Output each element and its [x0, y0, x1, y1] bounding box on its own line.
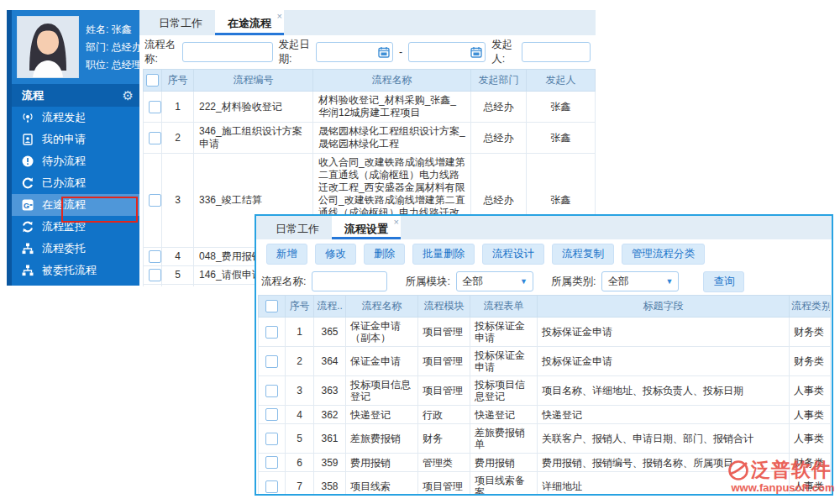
fanpu-logo-icon [727, 459, 749, 481]
date-to-field [408, 42, 486, 62]
column-header: 序号 [162, 70, 194, 92]
table-row[interactable]: 4362快递登记行政快递登记快递登记人事类 [259, 406, 831, 424]
table-row[interactable]: 1365保证金申请（副本）项目管理投标保证金申请投标保证金申请财务类 [259, 318, 831, 347]
row-checkbox[interactable] [265, 408, 278, 421]
row-checkbox[interactable] [149, 269, 161, 281]
window1-tabbar: 日常工作在途流程× [139, 10, 596, 35]
window2-toolbar: 新增修改删除批量删除流程设计流程复制管理流程分类 [256, 239, 832, 268]
tab-label: 日常工作 [276, 223, 319, 235]
cell: 5 [286, 424, 314, 454]
svg-text:G: G [24, 202, 29, 210]
row-checkbox[interactable] [265, 326, 278, 339]
category-select[interactable]: 全部 ▼ [601, 271, 679, 291]
close-icon[interactable]: × [277, 11, 282, 21]
sitemap-icon [21, 264, 34, 277]
cell: 费用报销 [470, 454, 538, 472]
cell: 359 [314, 454, 346, 472]
gear-icon[interactable]: ⚙ [123, 89, 134, 102]
select-all-checkbox[interactable] [265, 300, 278, 312]
sidebar-item-label: 流程监控 [42, 219, 86, 234]
sidebar-item-todo-processes[interactable]: 待办流程 [12, 150, 144, 172]
cell: 差旅费报销单 [470, 424, 538, 454]
manage-categories-button[interactable]: 管理流程分类 [622, 244, 705, 265]
user-name: 姓名: 张鑫 [86, 21, 142, 39]
chevron-down-icon: ▼ [666, 277, 674, 286]
module-value: 全部 [462, 275, 483, 289]
process-name-input[interactable] [312, 271, 387, 291]
sidebar: 姓名: 张鑫 部门: 总经办 职位: 总经理 流程 ⚙ 流程发起我的申请待办流程… [7, 10, 144, 286]
table-row[interactable]: 2346_施工组织设计方案申请晟铭园林绿化工程组织设计方案_晟铭园林绿化工程总经… [144, 123, 596, 154]
row-checkbox[interactable] [265, 385, 278, 397]
cell: 2 [286, 347, 314, 376]
process-name-input[interactable] [182, 42, 273, 62]
table-header-row: 序号流程编号流程名称发起部门发起人 [144, 70, 596, 92]
cell: 1 [286, 318, 314, 347]
table-row[interactable]: 2364保证金申请项目管理投标保证金申请投标保证金申请财务类 [259, 347, 831, 376]
cell: 投标保证金申请 [470, 318, 538, 347]
row-checkbox[interactable] [265, 355, 278, 368]
module-select[interactable]: 全部 ▼ [456, 271, 533, 291]
redo-icon [21, 176, 34, 190]
row-checkbox[interactable] [265, 480, 278, 493]
close-icon[interactable]: × [394, 217, 399, 227]
calendar-icon[interactable] [378, 46, 390, 58]
row-checkbox[interactable] [149, 132, 161, 144]
process-settings-window: 日常工作流程设置× 新增修改删除批量删除流程设计流程复制管理流程分类 流程名称:… [255, 214, 833, 496]
sidebar-item-my-applications[interactable]: 我的申请 [12, 129, 144, 150]
cell: 财务类 [790, 318, 831, 347]
screen: 姓名: 张鑫 部门: 总经办 职位: 总经理 流程 ⚙ 流程发起我的申请待办流程… [0, 0, 840, 504]
delete-button[interactable]: 删除 [364, 244, 405, 265]
cell: 费用报销 [346, 454, 418, 472]
tab-process-settings[interactable]: 流程设置× [332, 216, 401, 239]
column-header: 流程.. [314, 296, 346, 318]
watermark: 泛普软件 www.fanpusoft.com [727, 457, 838, 494]
calendar-icon[interactable] [470, 46, 482, 58]
tab-daily-work[interactable]: 日常工作 [146, 10, 215, 35]
window1-filterbar: 流程名称: 发起日期: - [139, 35, 596, 69]
cell: 4 [286, 406, 314, 424]
cell: 3 [162, 154, 194, 248]
edit-button[interactable]: 修改 [315, 244, 356, 265]
tab-label: 流程设置 [344, 223, 388, 235]
cell: 财务类 [790, 347, 831, 376]
process-copy-button[interactable]: 流程复制 [552, 244, 614, 265]
cell: 投标保证金申请 [538, 347, 790, 376]
row-checkbox[interactable] [149, 250, 161, 263]
cell: 总经办 [471, 123, 527, 154]
batch-delete-button[interactable]: 批量删除 [412, 244, 475, 265]
table-header-row: 序号流程..流程名称流程模块流程表单标题字段流程类别 [259, 296, 831, 318]
column-header: 流程编号 [194, 70, 313, 92]
initiator-input[interactable] [522, 42, 591, 62]
sidebar-item-process-start[interactable]: 流程发起 [12, 107, 144, 129]
sidebar-item-delegated-processes[interactable]: 被委托流程 [12, 260, 144, 281]
cell: 2 [162, 123, 194, 154]
row-checkbox[interactable] [265, 456, 278, 469]
row-checkbox[interactable] [149, 194, 161, 207]
add-button[interactable]: 新增 [266, 244, 307, 265]
tab-daily-work[interactable]: 日常工作 [263, 216, 332, 239]
sidebar-item-done-processes[interactable]: 已办流程 [12, 172, 144, 194]
process-design-button[interactable]: 流程设计 [482, 244, 544, 265]
column-header: 流程模块 [418, 296, 470, 318]
cell: 363 [314, 376, 346, 406]
process-name-label: 流程名称: [261, 275, 306, 289]
sidebar-item-process-delegate[interactable]: 流程委托 [12, 238, 144, 260]
cell: 差旅费报销 [346, 424, 418, 454]
search-button[interactable]: 查询 [703, 271, 744, 292]
tab-label: 日常工作 [159, 17, 202, 29]
id-badge-icon [21, 133, 34, 146]
sidebar-item-process-monitor[interactable]: 流程监控 [12, 216, 144, 238]
table-row[interactable]: 1222_材料验收登记材料验收登记_材料采购_张鑫_华润12城房建工程项目总经办… [144, 92, 596, 123]
table-row[interactable]: 5361差旅费报销财务差旅费报销单关联客户、报销人、申请日期、部门、报销合计人事… [259, 424, 831, 454]
cell: 365 [314, 318, 346, 347]
select-all-checkbox[interactable] [146, 74, 159, 87]
cell: 5 [162, 266, 194, 285]
row-checkbox[interactable] [265, 433, 278, 445]
chevron-down-icon: ▼ [520, 277, 528, 286]
cell: 财务 [418, 424, 470, 454]
row-checkbox[interactable] [149, 101, 161, 113]
tab-in-transit[interactable]: 在途流程× [215, 10, 284, 35]
sidebar-item-in-transit-processes[interactable]: G在途流程 [12, 194, 144, 216]
table-row[interactable]: 3363投标项目信息登记项目管理投标项目信息登记项目名称、详细地址、投标负责人、… [259, 376, 831, 406]
user-dept: 部门: 总经办 [86, 39, 142, 56]
